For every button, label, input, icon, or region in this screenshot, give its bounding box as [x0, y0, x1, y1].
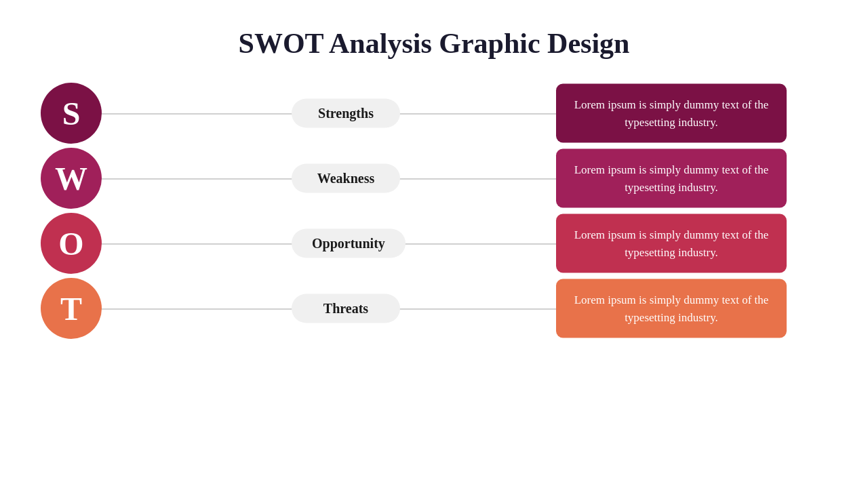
label-t: Threats — [292, 294, 400, 323]
text-box-w: Lorem ipsum is simply dummy text of the … — [556, 149, 787, 208]
text-box-o: Lorem ipsum is simply dummy text of the … — [556, 214, 787, 273]
swot-row-s: SStrengthsLorem ipsum is simply dummy te… — [41, 87, 827, 140]
circle-w: W — [41, 148, 102, 209]
page-title: SWOT Analysis Graphic Design — [239, 27, 630, 60]
circle-t: T — [41, 278, 102, 339]
swot-container: SStrengthsLorem ipsum is simply dummy te… — [41, 87, 827, 335]
label-s: Strengths — [292, 99, 400, 128]
label-o: Opportunity — [292, 229, 406, 258]
text-box-s: Lorem ipsum is simply dummy text of the … — [556, 84, 787, 143]
circle-o: O — [41, 213, 102, 274]
text-box-t: Lorem ipsum is simply dummy text of the … — [556, 279, 787, 338]
slide: SWOT Analysis Graphic Design SStrengthsL… — [0, 0, 868, 488]
circle-s: S — [41, 83, 102, 144]
swot-row-w: WWeaknessLorem ipsum is simply dummy tex… — [41, 152, 827, 205]
swot-row-o: OOpportunityLorem ipsum is simply dummy … — [41, 217, 827, 270]
swot-row-t: TThreatsLorem ipsum is simply dummy text… — [41, 282, 827, 335]
label-w: Weakness — [292, 164, 400, 193]
